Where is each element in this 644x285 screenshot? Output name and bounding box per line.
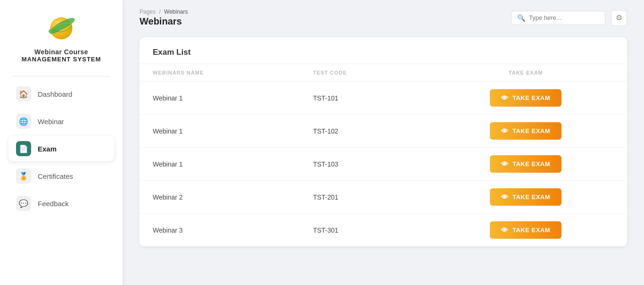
page-title: Webinars — [140, 16, 188, 27]
gear-icon: ⚙ — [616, 13, 622, 22]
webinar-name-cell: Webinar 1 — [140, 148, 300, 181]
eye-icon: 👁 — [501, 127, 509, 135]
sidebar-item-certificates[interactable]: 🏅 Certificates — [8, 163, 114, 189]
sidebar-item-dashboard[interactable]: 🏠 Dashboard — [8, 81, 114, 107]
exam-table-body: Webinar 1 TST-101 👁 TAKE EXAM Webinar 1 … — [140, 82, 627, 247]
topbar-right: 🔍 ⚙ — [511, 10, 627, 26]
content-area: Exam List WEBINARS NAME TEST CODE TAKE E… — [123, 30, 644, 285]
take-exam-cell: 👁 TAKE EXAM — [425, 148, 627, 181]
exam-card: Exam List WEBINARS NAME TEST CODE TAKE E… — [140, 37, 627, 246]
col-header-test-code: TEST CODE — [300, 64, 425, 82]
take-exam-label: TAKE EXAM — [512, 94, 550, 101]
table-row: Webinar 1 TST-102 👁 TAKE EXAM — [140, 115, 627, 148]
topbar: Pages / Webinars Webinars 🔍 ⚙ — [123, 0, 644, 30]
main-content: Pages / Webinars Webinars 🔍 ⚙ Exam List — [123, 0, 644, 285]
sidebar-item-label-dashboard: Dashboard — [38, 90, 72, 98]
test-code-cell: TST-103 — [300, 148, 425, 181]
logo-title: Webinar Course Management System — [22, 48, 101, 63]
search-icon: 🔍 — [517, 14, 525, 22]
take-exam-button[interactable]: 👁 TAKE EXAM — [490, 221, 561, 239]
exam-table-head: WEBINARS NAME TEST CODE TAKE EXAM — [140, 64, 627, 82]
sidebar-item-label-feedback: Feedback — [38, 200, 69, 208]
sidebar-item-label-certificates: Certificates — [38, 172, 73, 180]
test-code-cell: TST-101 — [300, 82, 425, 115]
logo-area: Webinar Course Management System — [22, 11, 101, 63]
sidebar-item-label-webinar: Webinar — [38, 117, 64, 126]
test-code-cell: TST-301 — [300, 214, 425, 247]
take-exam-button[interactable]: 👁 TAKE EXAM — [490, 89, 561, 107]
test-code-cell: TST-201 — [300, 181, 425, 214]
take-exam-cell: 👁 TAKE EXAM — [425, 181, 627, 214]
take-exam-button[interactable]: 👁 TAKE EXAM — [490, 122, 561, 140]
sidebar-item-label-exam: Exam — [38, 145, 57, 153]
breadcrumb-nav: Pages / Webinars — [140, 8, 188, 15]
sidebar-divider — [12, 76, 110, 76]
breadcrumb-pages: Pages — [140, 8, 156, 15]
webinar-nav-icon: 🌐 — [16, 114, 31, 129]
logo-line1: Webinar Course — [22, 48, 101, 56]
table-row: Webinar 1 TST-103 👁 TAKE EXAM — [140, 148, 627, 181]
take-exam-label: TAKE EXAM — [512, 160, 550, 168]
exam-list-title: Exam List — [153, 48, 190, 57]
eye-icon: 👁 — [501, 94, 509, 102]
webinar-name-cell: Webinar 2 — [140, 181, 300, 214]
take-exam-cell: 👁 TAKE EXAM — [425, 115, 627, 148]
breadcrumb-sep: / — [159, 8, 160, 15]
dashboard-nav-icon: 🏠 — [16, 86, 31, 101]
test-code-cell: TST-102 — [300, 115, 425, 148]
certificates-nav-icon: 🏅 — [16, 168, 31, 184]
col-header-webinars-name: WEBINARS NAME — [140, 64, 300, 82]
table-row: Webinar 2 TST-201 👁 TAKE EXAM — [140, 181, 627, 214]
search-input[interactable] — [529, 14, 595, 21]
logo-line2: Management System — [22, 56, 101, 63]
exam-card-header: Exam List — [140, 37, 627, 64]
webinar-name-cell: Webinar 1 — [140, 82, 300, 115]
table-header-row: WEBINARS NAME TEST CODE TAKE EXAM — [140, 64, 627, 82]
col-header-take-exam: TAKE EXAM — [425, 64, 627, 82]
take-exam-button[interactable]: 👁 TAKE EXAM — [490, 188, 561, 206]
take-exam-label: TAKE EXAM — [512, 127, 550, 134]
exam-nav-icon: 📄 — [16, 141, 31, 156]
table-row: Webinar 1 TST-101 👁 TAKE EXAM — [140, 82, 627, 115]
take-exam-button[interactable]: 👁 TAKE EXAM — [490, 155, 561, 173]
webinar-name-cell: Webinar 1 — [140, 115, 300, 148]
sidebar: Webinar Course Management System 🏠 Dashb… — [0, 0, 123, 285]
sidebar-item-feedback[interactable]: 💬 Feedback — [8, 191, 114, 216]
feedback-nav-icon: 💬 — [16, 196, 31, 211]
eye-icon: 👁 — [501, 193, 509, 201]
table-row: Webinar 3 TST-301 👁 TAKE EXAM — [140, 214, 627, 247]
exam-table: WEBINARS NAME TEST CODE TAKE EXAM Webina… — [140, 64, 627, 246]
sidebar-item-exam[interactable]: 📄 Exam — [8, 136, 114, 161]
breadcrumb: Pages / Webinars Webinars — [140, 8, 188, 27]
webinar-name-cell: Webinar 3 — [140, 214, 300, 247]
breadcrumb-current: Webinars — [164, 8, 188, 15]
settings-icon-button[interactable]: ⚙ — [611, 10, 627, 26]
sidebar-item-webinar[interactable]: 🌐 Webinar — [8, 109, 114, 134]
eye-icon: 👁 — [501, 226, 509, 234]
take-exam-cell: 👁 TAKE EXAM — [425, 214, 627, 247]
sidebar-nav: 🏠 Dashboard 🌐 Webinar 📄 Exam 🏅 Certifica… — [0, 81, 123, 216]
take-exam-cell: 👁 TAKE EXAM — [425, 82, 627, 115]
search-box[interactable]: 🔍 — [511, 11, 605, 25]
eye-icon: 👁 — [501, 160, 509, 168]
take-exam-label: TAKE EXAM — [512, 226, 550, 234]
take-exam-label: TAKE EXAM — [512, 193, 550, 201]
logo-icon — [44, 11, 78, 45]
